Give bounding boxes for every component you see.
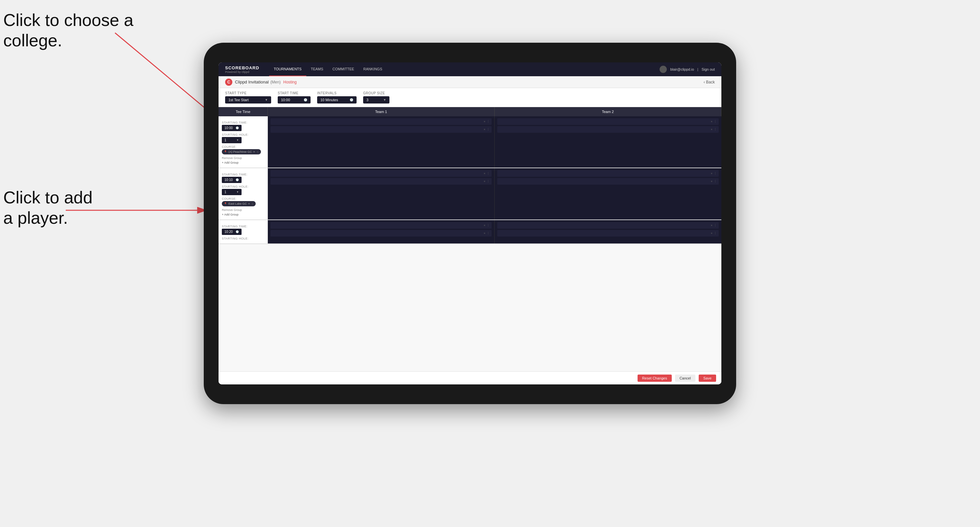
- start-type-value: 1st Tee Start: [228, 98, 249, 102]
- tablet-frame: SCOREBOARD Powered by clippd TOURNAMENTS…: [204, 43, 736, 404]
- player-2-2-chevron[interactable]: ⋮: [487, 180, 490, 183]
- player-row-3-2: × ⋮: [270, 230, 492, 237]
- hosting-label: Hosting: [283, 80, 297, 84]
- course-edit-icon[interactable]: ⋮: [256, 151, 259, 154]
- group-1-start-time-value: 10:00: [224, 126, 233, 130]
- player-1-2-remove[interactable]: ×: [484, 128, 485, 131]
- intervals-select[interactable]: 10 Minutes 🕐: [317, 96, 356, 103]
- nav-user: blair@clippd.io | Sign out: [660, 66, 715, 73]
- group-1-add-group[interactable]: + Add Group: [222, 160, 264, 165]
- group-size-label: Group Size: [363, 91, 390, 95]
- group-3-start-time-input[interactable]: 10:20 🕐: [222, 229, 242, 235]
- group-size-group: Group Size 3 ▼: [363, 91, 390, 103]
- player-2-3-chevron[interactable]: ⋮: [714, 172, 717, 175]
- player-2-4-chevron[interactable]: ⋮: [714, 180, 717, 183]
- reset-changes-button[interactable]: Reset Changes: [638, 375, 672, 382]
- player-3-2-remove[interactable]: ×: [484, 232, 485, 235]
- controls-row: Start Type 1st Tee Start ▼ Start Time 10…: [218, 88, 721, 107]
- player-2-2-remove[interactable]: ×: [484, 180, 485, 183]
- nav-link-rankings[interactable]: RANKINGS: [359, 62, 387, 76]
- nav-bar: SCOREBOARD Powered by clippd TOURNAMENTS…: [218, 62, 721, 76]
- annotation-text-1a: Click to choose a: [3, 11, 134, 30]
- intervals-label: Intervals: [317, 91, 356, 95]
- player-1-2-chevron[interactable]: ⋮: [487, 128, 490, 131]
- player-3-4-chevron[interactable]: ⋮: [714, 232, 717, 235]
- col-team2: Team 2: [495, 107, 721, 116]
- player-row-2-3: × ⋮: [497, 170, 719, 177]
- group-2-start-time-input[interactable]: 10:10 🕐: [222, 177, 242, 183]
- cancel-button[interactable]: Cancel: [675, 375, 695, 382]
- nav-brand-title: SCOREBOARD: [225, 65, 259, 70]
- start-type-select[interactable]: 1st Tee Start ▼: [225, 96, 271, 103]
- tournament-gender: (Men): [270, 80, 281, 84]
- group-row-2: STARTING TIME: 10:10 🕐 STARTING HOLE: 1 …: [218, 168, 721, 220]
- group-1-remove-group[interactable]: Remove Group: [222, 156, 264, 160]
- group-1-hole-select[interactable]: 1 ▼: [222, 137, 242, 143]
- tablet-screen: SCOREBOARD Powered by clippd TOURNAMENTS…: [218, 62, 721, 384]
- player-row-2-1: × ⋮: [270, 170, 492, 177]
- player-row-2-4: × ⋮: [497, 178, 719, 185]
- group-3-start-time-value: 10:20: [224, 230, 233, 233]
- group-1-start-time-label: STARTING TIME:: [222, 121, 264, 124]
- nav-link-tournaments[interactable]: TOURNAMENTS: [269, 62, 306, 76]
- nav-link-committee[interactable]: COMMITTEE: [328, 62, 359, 76]
- chevron-down-icon-2: ▼: [383, 98, 386, 102]
- player-2-3-remove[interactable]: ×: [711, 172, 713, 175]
- save-button[interactable]: Save: [699, 375, 716, 382]
- chevron-down-icon-4: ▼: [236, 190, 239, 194]
- player-2-4-remove[interactable]: ×: [711, 180, 713, 183]
- player-3-3-chevron[interactable]: ⋮: [714, 224, 717, 227]
- annotation-choose-college: Click to choose a college.: [3, 10, 134, 51]
- player-3-2-chevron[interactable]: ⋮: [487, 232, 490, 235]
- player-1-1-chevron[interactable]: ⋮: [487, 120, 490, 123]
- course-remove-icon[interactable]: ×: [253, 150, 255, 154]
- player-1-4-chevron[interactable]: ⋮: [714, 128, 717, 131]
- sub-header: C Clippd Invitational (Men) Hosting ‹ Ba…: [218, 76, 721, 88]
- group-2-course-label: COURSE:: [222, 197, 264, 200]
- group-size-value: 3: [366, 98, 368, 102]
- group-2-add-group[interactable]: + Add Group: [222, 212, 264, 217]
- player-row-3-3: × ⋮: [497, 222, 719, 229]
- player-2-1-remove[interactable]: ×: [484, 172, 485, 175]
- group-1-course-name: (A) Peachtree GC: [228, 150, 252, 154]
- clock-icon-2: 🕐: [350, 98, 353, 102]
- group-1-hole-value: 1: [224, 138, 226, 142]
- group-2-hole-label: STARTING HOLE:: [222, 185, 264, 188]
- player-row-2-2: × ⋮: [270, 178, 492, 185]
- group-2-hole-select[interactable]: 1 ▼: [222, 189, 242, 195]
- group-2-team2: × ⋮ × ⋮: [495, 168, 721, 219]
- intervals-group: Intervals 10 Minutes 🕐: [317, 91, 356, 103]
- group-2-start-time-value: 10:10: [224, 178, 233, 182]
- start-time-value: 10:00: [281, 98, 290, 102]
- player-1-1-remove[interactable]: ×: [484, 120, 485, 123]
- group-1-left: STARTING TIME: 10:00 🕐 STARTING HOLE: 1 …: [218, 116, 268, 168]
- annotation-add-player: Click to add a player.: [3, 187, 93, 229]
- group-2-remove-group[interactable]: Remove Group: [222, 208, 264, 212]
- start-time-input[interactable]: 10:00 🕐: [278, 96, 310, 103]
- avatar: [660, 66, 667, 73]
- chevron-down-icon-3: ▼: [236, 139, 239, 141]
- course-2-edit-icon[interactable]: ⋮: [251, 202, 254, 205]
- nav-link-teams[interactable]: TEAMS: [306, 62, 328, 76]
- player-3-1-remove[interactable]: ×: [484, 224, 485, 227]
- back-button[interactable]: ‹ Back: [704, 80, 715, 84]
- player-1-3-chevron[interactable]: ⋮: [714, 120, 717, 123]
- player-row-1-3: × ⋮: [497, 118, 719, 125]
- player-3-4-remove[interactable]: ×: [711, 232, 713, 235]
- group-1-course-tag[interactable]: 📍 (A) Peachtree GC × ⋮: [222, 149, 261, 154]
- start-type-label: Start Type: [225, 91, 271, 95]
- start-type-group: Start Type 1st Tee Start ▼: [225, 91, 271, 103]
- user-email: blair@clippd.io: [670, 67, 694, 71]
- sign-out-link[interactable]: Sign out: [702, 67, 715, 71]
- player-3-3-remove[interactable]: ×: [711, 224, 713, 227]
- player-1-3-remove[interactable]: ×: [711, 120, 713, 123]
- player-1-4-remove[interactable]: ×: [711, 128, 713, 131]
- player-2-1-chevron[interactable]: ⋮: [487, 172, 490, 175]
- group-2-course-tag[interactable]: 📍 East Lake GC × ⋮: [222, 201, 256, 206]
- player-row-1-1: × ⋮: [270, 118, 492, 125]
- group-size-select[interactable]: 3 ▼: [363, 96, 390, 103]
- course-2-remove-icon[interactable]: ×: [248, 202, 250, 205]
- player-3-1-chevron[interactable]: ⋮: [487, 224, 490, 227]
- group-1-start-time-input[interactable]: 10:00 🕐: [222, 125, 242, 131]
- annotation-text-1b: college.: [3, 31, 62, 50]
